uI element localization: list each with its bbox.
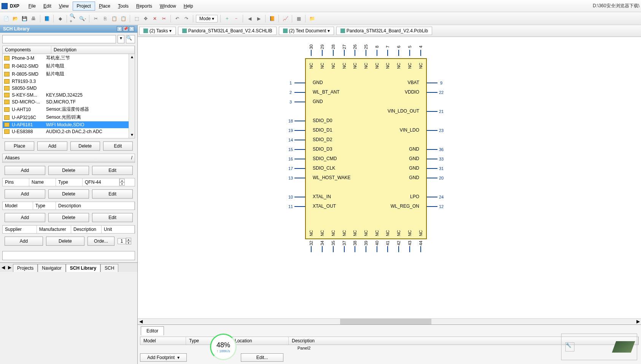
pin[interactable]: 23 xyxy=(427,126,445,135)
pin[interactable]: NC xyxy=(351,62,359,68)
bottom-tab[interactable]: SCH xyxy=(100,264,118,272)
pin[interactable]: NC xyxy=(318,62,326,68)
supplier-label[interactable]: Supplier xyxy=(3,226,37,233)
pin[interactable]: NC xyxy=(373,229,381,235)
hscroll-right-icon[interactable]: ▶ xyxy=(635,319,641,324)
add-button[interactable]: Add xyxy=(37,141,67,151)
preview-icon[interactable]: 📘 xyxy=(43,15,51,22)
menu-reports[interactable]: Reports xyxy=(132,2,156,10)
tab-next-icon[interactable]: ▶ xyxy=(6,264,13,271)
component-row[interactable]: RT9193-3.3 xyxy=(3,78,135,85)
search-dropdown-icon[interactable]: ▾ xyxy=(118,35,124,43)
pin[interactable]: NC xyxy=(318,229,326,235)
pin[interactable]: 20 xyxy=(427,173,445,183)
schematic-canvas[interactable]: 30292827262587654 NCNCNCNCNCNCNCNCNCNCNC… xyxy=(138,37,641,318)
order-up-icon[interactable]: ▴ xyxy=(126,238,131,241)
pin[interactable]: 18 xyxy=(287,116,305,126)
aliases-edit-button[interactable]: Edit xyxy=(92,166,133,175)
order-down-icon[interactable]: ▾ xyxy=(126,241,131,245)
scroll-up-icon[interactable]: ▴ xyxy=(129,54,135,60)
pin[interactable]: 32 xyxy=(307,241,315,253)
search-input[interactable] xyxy=(2,35,116,43)
bottom-tab[interactable]: Projects xyxy=(13,264,38,272)
type-label[interactable]: Type xyxy=(56,178,83,186)
pin[interactable]: 33 xyxy=(427,154,445,164)
panel-close-icon[interactable]: ✕ xyxy=(129,26,134,32)
pin[interactable]: 29 xyxy=(318,45,326,57)
paste-icon[interactable]: 📋 xyxy=(110,15,118,22)
aliases-delete-button[interactable]: Delete xyxy=(48,166,89,175)
tab-prev-icon[interactable]: ◀ xyxy=(0,264,6,271)
bottom-tab[interactable]: Navigator xyxy=(38,264,65,272)
order-spinner-input[interactable] xyxy=(118,238,126,244)
component-row[interactable]: U-AP3216CSensor,光照/距离 xyxy=(3,113,135,121)
search-button-icon[interactable]: 🔍 xyxy=(126,35,135,43)
select-icon[interactable]: ⬚ xyxy=(133,15,140,22)
name-label[interactable]: Name xyxy=(29,178,56,186)
pin[interactable] xyxy=(427,116,445,126)
pin[interactable]: NC xyxy=(329,62,337,68)
move-icon[interactable]: ✥ xyxy=(142,15,150,22)
folder-icon[interactable]: 📁 xyxy=(308,15,316,22)
menu-help[interactable]: Help xyxy=(180,2,197,10)
pin[interactable] xyxy=(427,183,445,192)
pin[interactable]: 19 xyxy=(287,126,305,135)
mode-dropdown[interactable]: Mode ▾ xyxy=(196,15,218,22)
aliases-header[interactable]: Aliases / xyxy=(2,154,135,162)
pin[interactable]: 13 xyxy=(287,173,305,183)
menu-file[interactable]: File xyxy=(25,2,40,10)
hscroll-left-icon[interactable]: ◀ xyxy=(138,319,144,324)
model-delete-button[interactable]: Delete xyxy=(48,213,89,222)
editor-model-col[interactable]: Model xyxy=(140,337,186,345)
pin[interactable]: NC xyxy=(351,229,359,235)
pin[interactable]: NC xyxy=(362,62,370,68)
undo-icon[interactable]: ↶ xyxy=(173,15,181,22)
pin[interactable]: 10 xyxy=(287,192,305,202)
pin[interactable]: 4 xyxy=(417,45,425,57)
model-edit-button[interactable]: Edit xyxy=(92,213,133,222)
spinner-down-icon[interactable]: ▾ xyxy=(119,182,125,186)
remove-icon[interactable]: － xyxy=(232,15,240,22)
menu-place[interactable]: Place xyxy=(95,2,114,10)
pins-label[interactable]: Pins xyxy=(3,178,29,186)
copy-icon[interactable]: ⎘ xyxy=(101,15,109,22)
pin[interactable]: 16 xyxy=(287,154,305,164)
component-row[interactable]: U-AHT10Sensor,温湿度传感器 xyxy=(3,105,135,113)
document-tab[interactable]: (2) Tasks ▾ xyxy=(139,27,176,35)
chart-icon[interactable]: 📈 xyxy=(282,15,289,22)
pin[interactable]: 30 xyxy=(307,45,315,57)
pin[interactable]: 31 xyxy=(427,164,445,173)
edit-footprint-button[interactable]: Edit... xyxy=(241,353,284,362)
unit-label[interactable]: Unit xyxy=(102,226,135,233)
component-row[interactable]: S-KEY-SM...KEY,SMD,324225 xyxy=(3,92,135,99)
order-button[interactable]: Orde... xyxy=(87,237,115,246)
pin[interactable]: 11 xyxy=(287,202,305,211)
pin[interactable]: 26 xyxy=(351,45,359,57)
component-row[interactable]: Phone-3-M耳机座,三节 xyxy=(3,54,135,62)
pin[interactable]: NC xyxy=(307,229,315,235)
document-tab[interactable]: Pandora_STM32L4_Board_V2.4.PcbLib xyxy=(336,27,432,35)
aliases-add-button[interactable]: Add xyxy=(5,166,45,175)
pin[interactable]: 44 xyxy=(417,241,425,253)
component-row[interactable]: R-0402-SMD贴片电阻 xyxy=(3,62,135,70)
model-add-button[interactable]: Add xyxy=(5,213,45,222)
menu-edit[interactable]: Edit xyxy=(40,2,55,10)
pin[interactable]: NC xyxy=(406,62,414,68)
pin[interactable]: 3 xyxy=(287,97,305,106)
panel-dropdown-icon[interactable]: ▾ xyxy=(117,26,122,32)
component-row[interactable]: U-ES8388AUDIO,2-ch DAC,2-ch ADC xyxy=(3,128,135,135)
model-label[interactable]: Model xyxy=(3,202,33,210)
pin[interactable]: 22 xyxy=(427,87,445,97)
pin[interactable]: 41 xyxy=(384,241,391,253)
bottom-textbox[interactable] xyxy=(2,251,135,260)
pin[interactable] xyxy=(427,97,445,106)
pin[interactable]: 9 xyxy=(427,78,445,87)
pin[interactable] xyxy=(427,135,445,145)
pin[interactable]: 15 xyxy=(287,145,305,154)
print-icon[interactable]: 🖶 xyxy=(30,15,37,22)
pin[interactable]: 42 xyxy=(395,241,402,253)
pin[interactable]: NC xyxy=(384,229,391,235)
redo-icon[interactable]: ↷ xyxy=(183,15,190,22)
save-icon[interactable]: 💾 xyxy=(21,15,28,22)
pin[interactable]: NC xyxy=(417,229,425,235)
